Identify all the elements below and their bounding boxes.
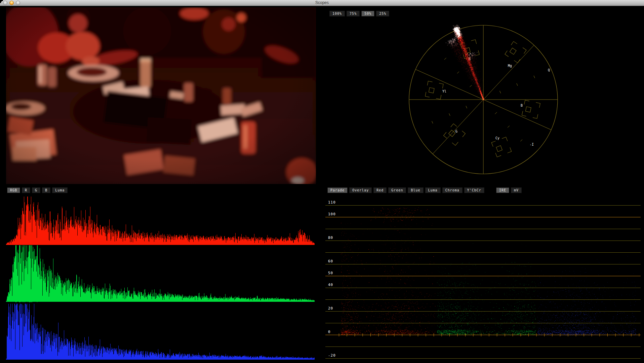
- histogram-mode-b-button[interactable]: B: [42, 188, 50, 193]
- window-title: Scopes: [0, 0, 644, 5]
- waveform-mode-blue-button[interactable]: Blue: [408, 188, 423, 193]
- histogram-mode-r-button[interactable]: R: [22, 188, 30, 193]
- histogram-mode-buttons: RGB R G B Luma: [7, 188, 67, 193]
- vectorscope-trace: [408, 25, 558, 175]
- histogram-blue: [6, 302, 316, 360]
- waveform-mode-overlay-button[interactable]: Overlay: [350, 188, 371, 193]
- vec-zoom-100-button[interactable]: 100%: [330, 11, 345, 16]
- titlebar: Scopes: [0, 0, 644, 6]
- waveform-unit-ire-button[interactable]: IRE: [496, 188, 509, 193]
- waveform-mode-red-button[interactable]: Red: [374, 188, 386, 193]
- waveform-mode-buttons: Parade Overlay Red Green Blue Luma Chrom…: [328, 188, 521, 193]
- waveform-mode-luma-button[interactable]: Luma: [426, 188, 440, 193]
- waveform-mode-parade-button[interactable]: Parade: [328, 188, 347, 193]
- histogram-red: [6, 195, 316, 245]
- histogram-mode-rgb-button[interactable]: RGB: [7, 188, 20, 193]
- histogram-green: [6, 245, 316, 302]
- waveform-parade: [323, 200, 642, 363]
- screen-corner: [0, 0, 3, 3]
- vec-zoom-75-button[interactable]: 75%: [347, 11, 359, 16]
- video-preview: [6, 7, 316, 184]
- vectorscope-zoom-buttons: 100% 75% 50% 25%: [330, 11, 389, 16]
- vec-zoom-25-button[interactable]: 25%: [376, 11, 389, 16]
- waveform-mode-ycbcr-button[interactable]: Y'CbCr: [465, 188, 484, 193]
- waveform-unit-mv-button[interactable]: mV: [511, 188, 521, 193]
- waveform-mode-green-button[interactable]: Green: [389, 188, 406, 193]
- waveform-mode-chroma-button[interactable]: Chroma: [443, 188, 462, 193]
- vec-zoom-50-button[interactable]: 50%: [362, 11, 374, 16]
- histogram-mode-luma-button[interactable]: Luma: [52, 188, 67, 193]
- histogram-mode-g-button[interactable]: G: [32, 188, 40, 193]
